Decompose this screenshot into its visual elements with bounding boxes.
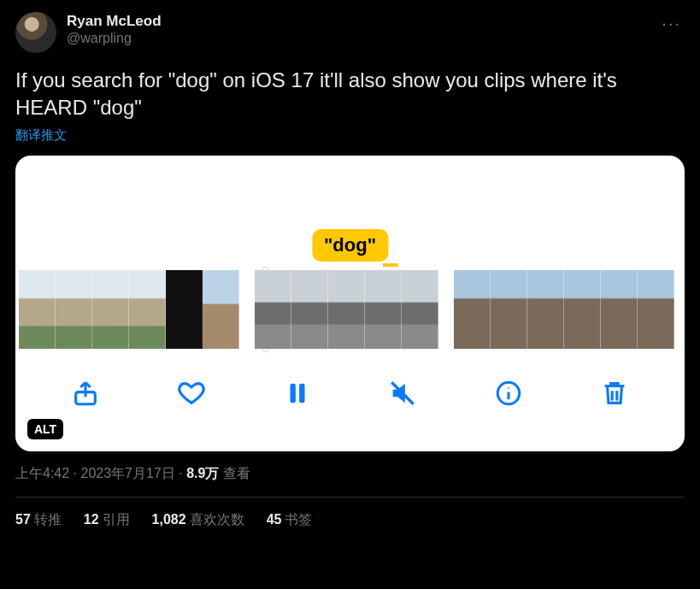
quotes-count: 12 — [84, 512, 99, 527]
pause-button[interactable] — [277, 373, 318, 414]
tweet-stats: 57转推 12引用 1,082喜欢次数 45书签 — [15, 498, 685, 529]
bookmarks-label: 书签 — [285, 512, 312, 527]
retweets-label: 转推 — [34, 512, 62, 527]
tweet-text: If you search for "dog" on iOS 17 it'll … — [15, 67, 685, 122]
mute-button[interactable] — [382, 373, 423, 414]
avatar[interactable] — [15, 12, 56, 53]
clip-thumb — [638, 270, 674, 349]
clip-thumb — [564, 270, 601, 349]
delete-button[interactable] — [594, 373, 635, 414]
clip-thumb — [255, 270, 291, 349]
clip-thumb — [491, 270, 527, 349]
alt-badge[interactable]: ALT — [27, 419, 63, 439]
clip-thumb — [365, 270, 402, 349]
views-label: 查看 — [223, 466, 250, 480]
likes-stat[interactable]: 1,082喜欢次数 — [152, 511, 244, 529]
clip-thumb — [166, 270, 203, 349]
clip-thumb — [291, 270, 328, 349]
translate-link[interactable]: 翻译推文 — [15, 127, 67, 144]
clip-thumb — [92, 270, 129, 349]
bookmarks-stat[interactable]: 45书签 — [267, 511, 313, 529]
quotes-label: 引用 — [103, 512, 130, 527]
svg-rect-1 — [290, 383, 295, 403]
media-controls — [15, 364, 685, 422]
svg-point-6 — [508, 387, 509, 389]
author-block[interactable]: Ryan McLeod @warpling — [67, 12, 162, 47]
tweet-header: Ryan McLeod @warpling ··· — [15, 12, 685, 53]
handle: @warpling — [67, 30, 162, 47]
likes-count: 1,082 — [152, 512, 186, 527]
more-options-button[interactable]: ··· — [658, 12, 685, 35]
clip-thumb — [527, 270, 564, 349]
tweet-date[interactable]: 2023年7月17日 — [80, 466, 174, 480]
views-count: 8.9万 — [186, 466, 219, 480]
clip-thumb — [19, 270, 56, 349]
clip-thumb — [402, 270, 438, 349]
video-timeline[interactable] — [15, 270, 685, 349]
search-term-pill: "dog" — [312, 229, 388, 262]
clip-group-3 — [454, 270, 674, 349]
clip-group-1 — [19, 270, 239, 349]
clip-group-2 — [255, 270, 438, 349]
media-attachment[interactable]: "dog" — [15, 156, 685, 451]
clip-thumb — [328, 270, 365, 349]
quotes-stat[interactable]: 12引用 — [84, 511, 130, 529]
tweet-time[interactable]: 上午4:42 — [15, 466, 69, 480]
clip-thumb — [129, 270, 166, 349]
bookmarks-count: 45 — [267, 512, 282, 527]
clip-thumb — [56, 270, 92, 349]
retweets-count: 57 — [15, 512, 31, 527]
clip-thumb — [203, 270, 239, 349]
info-button[interactable] — [488, 373, 529, 414]
tweet-meta: 上午4:42 · 2023年7月17日 · 8.9万 查看 — [15, 465, 685, 483]
search-term-tick — [383, 263, 398, 267]
tweet-container: Ryan McLeod @warpling ··· If you search … — [0, 0, 700, 538]
like-button[interactable] — [171, 373, 212, 414]
share-button[interactable] — [65, 373, 106, 414]
svg-rect-2 — [299, 383, 304, 403]
likes-label: 喜欢次数 — [190, 512, 244, 527]
clip-thumb — [454, 270, 491, 349]
display-name: Ryan McLeod — [67, 12, 162, 30]
retweets-stat[interactable]: 57转推 — [15, 511, 62, 529]
clip-thumb — [601, 270, 638, 349]
